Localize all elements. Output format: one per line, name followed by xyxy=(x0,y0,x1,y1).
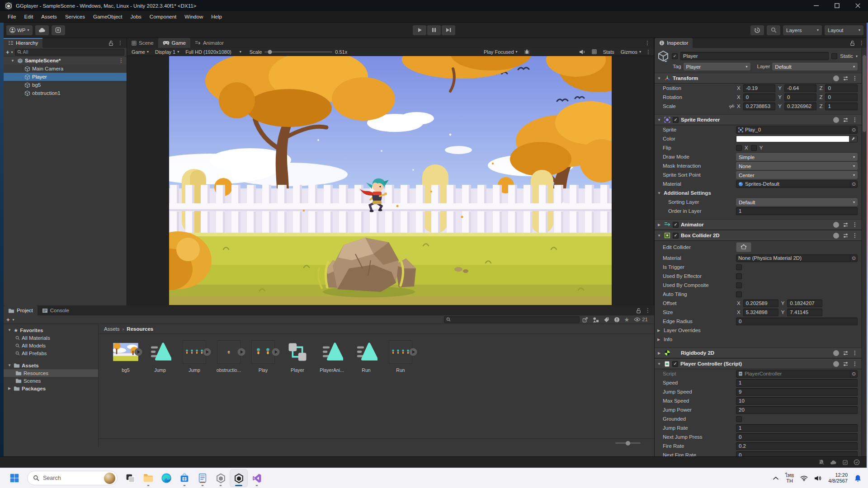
animator-header[interactable]: ▶ ✓ Animator ⋮ xyxy=(655,219,861,230)
visual-studio-button[interactable] xyxy=(248,469,266,487)
file-explorer-button[interactable] xyxy=(139,469,157,487)
taskbar-search-input[interactable]: Search xyxy=(27,471,118,485)
link-broken-icon[interactable] xyxy=(729,103,735,109)
language-indicator[interactable]: ไทย TH xyxy=(785,473,794,483)
cloud-button[interactable] xyxy=(35,25,49,35)
menu-assets[interactable]: Assets xyxy=(37,11,61,22)
kebab-menu-icon[interactable]: ⋮ xyxy=(852,232,858,239)
sprite-object-field[interactable]: Play_0 ⊙ xyxy=(736,126,858,134)
position-x-field[interactable]: -0.19 xyxy=(743,84,776,92)
kebab-menu-icon[interactable]: ⋮ xyxy=(852,361,858,367)
asset-jump-anim[interactable]: Jump xyxy=(143,340,177,373)
jump-speed-field[interactable]: 9 xyxy=(736,388,858,396)
visible-count-badge[interactable]: 21 xyxy=(634,317,648,322)
progress-status-icon[interactable] xyxy=(854,459,860,465)
wifi-icon[interactable] xyxy=(800,475,808,481)
object-picker-icon[interactable]: ⊙ xyxy=(850,255,857,262)
presets-icon[interactable] xyxy=(843,233,849,239)
version-control-button[interactable] xyxy=(52,25,65,35)
mute-notifications-icon[interactable] xyxy=(818,459,825,465)
hierarchy-item-main-camera[interactable]: Main Camera xyxy=(4,65,127,73)
help-icon[interactable] xyxy=(833,222,839,228)
close-button[interactable] xyxy=(847,0,868,11)
kebab-menu-icon[interactable]: ⋮ xyxy=(645,307,651,314)
tab-animator[interactable]: Animator xyxy=(190,38,228,48)
box-collider-header[interactable]: ▼ ✓ Box Collider 2D ⋮ xyxy=(655,230,861,241)
chevron-down-icon[interactable]: ▾ xyxy=(13,318,14,322)
tab-game[interactable]: Game xyxy=(158,38,190,48)
component-enabled-checkbox[interactable]: ✓ xyxy=(673,222,679,228)
frame-debugger-bug-button[interactable] xyxy=(522,48,532,56)
presets-icon[interactable] xyxy=(843,117,849,123)
bing-daily-image[interactable] xyxy=(104,473,115,484)
foldout-open-icon[interactable]: ▼ xyxy=(10,59,15,63)
flip-y-checkbox[interactable] xyxy=(751,145,757,151)
sorting-layer-dropdown[interactable]: Default▾ xyxy=(736,198,858,206)
foldout-open-icon[interactable]: ▼ xyxy=(656,118,662,122)
max-speed-field[interactable]: 10 xyxy=(736,397,858,405)
open-in-window-icon[interactable] xyxy=(582,317,588,323)
hierarchy-item-player[interactable]: Player xyxy=(4,73,127,81)
component-enabled-checkbox[interactable]: ✓ xyxy=(672,361,678,367)
foldout-open-icon[interactable]: ▼ xyxy=(656,362,662,366)
player-controller-header[interactable]: ▼ ✓ Player Controller (Script) ⋮ xyxy=(655,358,861,369)
fire-rate-field[interactable]: 0.2 xyxy=(736,442,858,450)
hierarchy-item-obstruction1[interactable]: obstruction1 xyxy=(4,89,127,97)
edit-collider-button[interactable] xyxy=(736,242,751,252)
asset-playerani-anim[interactable]: PlayerAni... xyxy=(315,340,349,373)
kebab-menu-icon[interactable]: ⋮ xyxy=(852,75,858,81)
volume-icon[interactable] xyxy=(814,475,822,481)
kebab-menu-icon[interactable]: ⋮ xyxy=(645,40,650,46)
material-object-field[interactable]: Sprites-Default ⊙ xyxy=(736,180,858,188)
help-icon[interactable] xyxy=(833,350,839,356)
play-badge-icon[interactable] xyxy=(237,348,245,356)
create-button[interactable]: + xyxy=(6,49,9,55)
cloud-status-icon[interactable] xyxy=(830,460,837,465)
object-picker-icon[interactable]: ⊙ xyxy=(850,127,857,133)
tray-chevron-up-icon[interactable] xyxy=(773,476,779,480)
used-by-composite-checkbox[interactable] xyxy=(736,282,742,288)
tag-dropdown[interactable]: Player▾ xyxy=(684,63,750,70)
auto-tiling-checkbox[interactable] xyxy=(736,291,742,297)
cache-status-icon[interactable] xyxy=(842,460,848,465)
menu-edit[interactable]: Edit xyxy=(20,11,38,22)
asset-run-anim[interactable]: Run xyxy=(349,340,383,373)
microsoft-store-button[interactable] xyxy=(175,469,193,487)
color-swatch[interactable] xyxy=(736,136,849,142)
gizmos-dropdown[interactable]: Gizmos▾ xyxy=(619,48,643,56)
size-y-field[interactable]: 7.41145 xyxy=(787,309,822,316)
help-icon[interactable] xyxy=(833,75,839,81)
stats-button[interactable]: Stats xyxy=(601,48,616,56)
jump-power-field[interactable]: 20 xyxy=(736,406,858,414)
favorites-row[interactable]: ▼ ★ Favorites xyxy=(4,326,98,334)
account-button[interactable]: WP ▾ xyxy=(6,25,33,35)
tab-hierarchy[interactable]: Hierarchy xyxy=(4,38,42,48)
layer-overrides-foldout[interactable]: ▶Layer Overrides xyxy=(655,326,861,335)
kebab-menu-icon[interactable]: ⋮ xyxy=(646,49,651,55)
mask-interaction-dropdown[interactable]: None▾ xyxy=(736,162,858,170)
jump-rate-field[interactable]: 1 xyxy=(736,424,858,432)
scenes-folder-row[interactable]: Scenes xyxy=(4,377,98,385)
chevron-down-icon[interactable]: ▾ xyxy=(11,50,13,54)
size-x-field[interactable]: 5.324898 xyxy=(743,309,778,316)
favorite-all-materials[interactable]: All Materials xyxy=(4,334,98,342)
play-badge-icon[interactable] xyxy=(409,348,417,356)
static-checkbox[interactable] xyxy=(831,53,837,59)
kebab-menu-icon[interactable]: ⋮ xyxy=(852,221,858,228)
warning-icon[interactable] xyxy=(614,317,620,323)
notepad-button[interactable] xyxy=(193,469,212,487)
play-badge-icon[interactable] xyxy=(203,348,211,356)
vsync-grid-button[interactable] xyxy=(590,48,599,56)
physics-material-field[interactable]: None (Physics Material 2D)⊙ xyxy=(736,254,858,262)
active-checkbox[interactable]: ✓ xyxy=(672,53,678,59)
menu-gameobject[interactable]: GameObject xyxy=(89,11,127,22)
position-y-field[interactable]: -0.64 xyxy=(784,84,817,92)
notification-bell-icon[interactable] xyxy=(854,474,862,482)
search-by-label-icon[interactable] xyxy=(604,317,609,323)
menu-services[interactable]: Services xyxy=(61,11,89,22)
kebab-menu-icon[interactable]: ⋮ xyxy=(118,40,123,46)
create-button[interactable]: + xyxy=(6,317,10,323)
minimize-button[interactable] xyxy=(806,0,826,11)
slider-knob[interactable] xyxy=(626,441,630,446)
help-icon[interactable] xyxy=(833,233,839,239)
